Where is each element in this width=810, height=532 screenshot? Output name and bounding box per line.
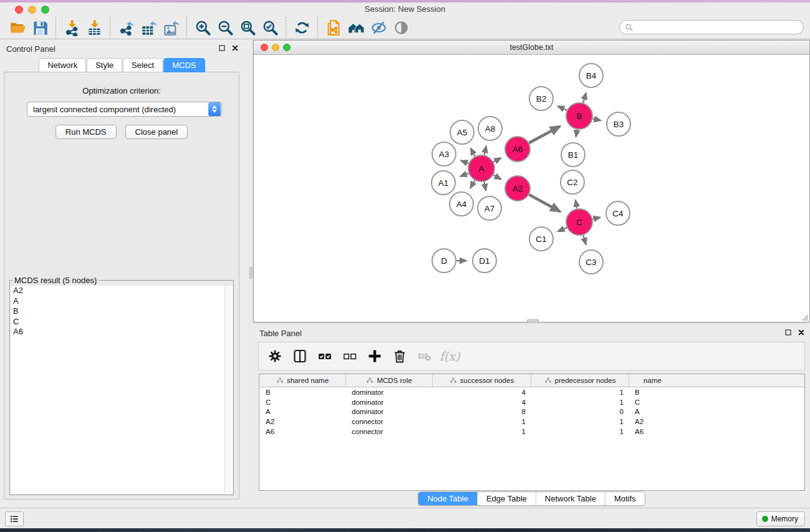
tab-network-table[interactable]: Network Table bbox=[536, 492, 605, 505]
column-header-predecessor-nodes[interactable]: predecessor nodes bbox=[531, 374, 629, 387]
mcds-result-item[interactable]: A bbox=[11, 296, 233, 307]
graph-edge-A-A5[interactable] bbox=[471, 148, 475, 157]
column-header-name[interactable]: name bbox=[629, 374, 676, 387]
graph-node-A5[interactable]: A5 bbox=[450, 120, 474, 144]
tab-node-table[interactable]: Node Table bbox=[418, 492, 477, 505]
home-button[interactable] bbox=[345, 17, 367, 37]
graph-edge-C-C1[interactable] bbox=[558, 228, 567, 231]
refresh-button[interactable] bbox=[291, 17, 313, 37]
memory-button[interactable]: Memory bbox=[756, 511, 805, 526]
float-panel-icon[interactable] bbox=[218, 44, 226, 52]
table-row[interactable]: A6connector11A6 bbox=[259, 427, 804, 437]
graph-edge-A-A2[interactable] bbox=[493, 175, 501, 180]
export-network-button[interactable] bbox=[115, 17, 137, 37]
graph-edge-B-B2[interactable] bbox=[557, 106, 567, 110]
graph-node-A2[interactable]: A2 bbox=[505, 176, 530, 201]
mcds-result-list[interactable]: A2ABCA6 bbox=[11, 286, 233, 494]
graph-edge-B-B3[interactable] bbox=[593, 118, 601, 120]
graph-node-D1[interactable]: D1 bbox=[473, 249, 496, 273]
zoom-in-button[interactable] bbox=[191, 17, 214, 37]
tab-select[interactable]: Select bbox=[123, 58, 163, 72]
gear-button[interactable] bbox=[265, 346, 285, 366]
column-header-successor-nodes[interactable]: successor nodes bbox=[432, 374, 531, 387]
import-network-button[interactable] bbox=[60, 17, 83, 37]
show-panels-button[interactable] bbox=[5, 511, 24, 526]
graph-node-B[interactable]: B bbox=[566, 103, 592, 129]
graph-edge-A-A8[interactable] bbox=[485, 146, 486, 155]
graph-node-C[interactable]: C bbox=[566, 209, 592, 235]
criterion-select[interactable]: largest connected component (directed) bbox=[27, 102, 222, 117]
close-panel-icon[interactable] bbox=[231, 44, 239, 52]
tab-motifs[interactable]: Motifs bbox=[605, 492, 645, 505]
column-header-shared-name[interactable]: shared name bbox=[259, 374, 345, 387]
zoom-fit-button[interactable] bbox=[236, 17, 259, 37]
mcds-result-item[interactable]: A2 bbox=[11, 286, 233, 296]
columns-button[interactable] bbox=[290, 346, 310, 366]
graph-node-A3[interactable]: A3 bbox=[432, 142, 456, 166]
deselect-all-button[interactable] bbox=[340, 346, 360, 366]
mcds-result-item[interactable]: C bbox=[11, 317, 233, 327]
mcds-result-item[interactable]: A6 bbox=[11, 327, 233, 337]
graph-edge-A2-C[interactable] bbox=[529, 195, 560, 211]
save-button[interactable] bbox=[29, 17, 51, 37]
graph-node-A7[interactable]: A7 bbox=[478, 196, 501, 220]
tab-edge-table[interactable]: Edge Table bbox=[477, 492, 536, 505]
graph-edge-A6-B[interactable] bbox=[529, 127, 561, 143]
graph-node-B1[interactable]: B1 bbox=[561, 143, 585, 167]
graph-edge-C-C3[interactable] bbox=[583, 235, 586, 244]
tab-mcds[interactable]: MCDS bbox=[163, 58, 205, 72]
table-row[interactable]: Adominator80A bbox=[259, 407, 804, 417]
network-canvas[interactable]: B4 B2 B B3 A5 A8 A6 A3 B1 A A1 C2 A2 bbox=[254, 55, 809, 322]
tab-network[interactable]: Network bbox=[39, 58, 86, 72]
table-row[interactable]: Bdominator41B bbox=[259, 387, 804, 397]
float-panel-icon[interactable] bbox=[784, 329, 792, 336]
graph-node-D[interactable]: D bbox=[432, 249, 456, 273]
graph-node-B4[interactable]: B4 bbox=[579, 64, 603, 87]
graph-node-A1[interactable]: A1 bbox=[432, 171, 455, 195]
vertical-splitter-handle[interactable] bbox=[249, 267, 253, 279]
graph-edge-A-A7[interactable] bbox=[484, 182, 486, 191]
graph-node-C2[interactable]: C2 bbox=[561, 170, 584, 194]
graph-edge-C-C4[interactable] bbox=[593, 217, 600, 219]
run-mcds-button[interactable]: Run MCDS bbox=[55, 125, 117, 139]
graph-edge-A-A1[interactable] bbox=[460, 173, 468, 177]
resize-grip-icon[interactable] bbox=[800, 312, 809, 321]
tab-style[interactable]: Style bbox=[87, 58, 122, 72]
graph-node-C3[interactable]: C3 bbox=[579, 250, 603, 274]
graph-node-A4[interactable]: A4 bbox=[450, 192, 473, 216]
graph-node-A[interactable]: A bbox=[468, 155, 494, 181]
graph-node-A8[interactable]: A8 bbox=[478, 117, 502, 140]
search-input[interactable] bbox=[637, 22, 803, 33]
graph-node-B2[interactable]: B2 bbox=[529, 87, 553, 110]
table-row[interactable]: A2connector11A2 bbox=[259, 417, 804, 427]
import-table-button[interactable] bbox=[83, 17, 105, 37]
add-button[interactable] bbox=[365, 346, 385, 366]
trash-button[interactable] bbox=[390, 346, 410, 366]
zoom-selected-button[interactable] bbox=[259, 17, 281, 37]
export-image-button[interactable] bbox=[160, 17, 182, 37]
column-header-MCDS-role[interactable]: MCDS role bbox=[345, 374, 432, 387]
search-box[interactable] bbox=[619, 20, 804, 34]
eye-slash-button[interactable] bbox=[367, 17, 390, 37]
graph-edge-A-A6[interactable] bbox=[493, 158, 501, 162]
scrollbar-track[interactable] bbox=[224, 286, 233, 494]
select-all-button[interactable] bbox=[315, 346, 335, 366]
zoom-out-button[interactable] bbox=[214, 17, 236, 37]
network-window-titlebar[interactable]: testGlobe.txt bbox=[254, 41, 809, 55]
network-document-button[interactable] bbox=[322, 17, 345, 37]
graph-edge-B-B1[interactable] bbox=[576, 130, 577, 137]
mcds-result-item[interactable]: B bbox=[11, 306, 233, 317]
export-table-button[interactable] bbox=[137, 17, 160, 37]
graph-edge-A-A4[interactable] bbox=[470, 180, 475, 188]
eye-button[interactable] bbox=[390, 17, 412, 37]
graph-node-C1[interactable]: C1 bbox=[529, 227, 553, 251]
graph-edge-C-C2[interactable] bbox=[576, 200, 577, 209]
graph-edge-B-B4[interactable] bbox=[583, 93, 586, 103]
open-folder-button[interactable] bbox=[6, 17, 29, 37]
graph-node-A6[interactable]: A6 bbox=[505, 137, 530, 162]
graph-node-C4[interactable]: C4 bbox=[606, 201, 630, 225]
graph-edge-A-A3[interactable] bbox=[461, 160, 468, 163]
close-panel-icon[interactable] bbox=[798, 329, 805, 336]
graph-node-B3[interactable]: B3 bbox=[607, 112, 630, 136]
close-panel-button[interactable]: Close panel bbox=[125, 125, 188, 139]
